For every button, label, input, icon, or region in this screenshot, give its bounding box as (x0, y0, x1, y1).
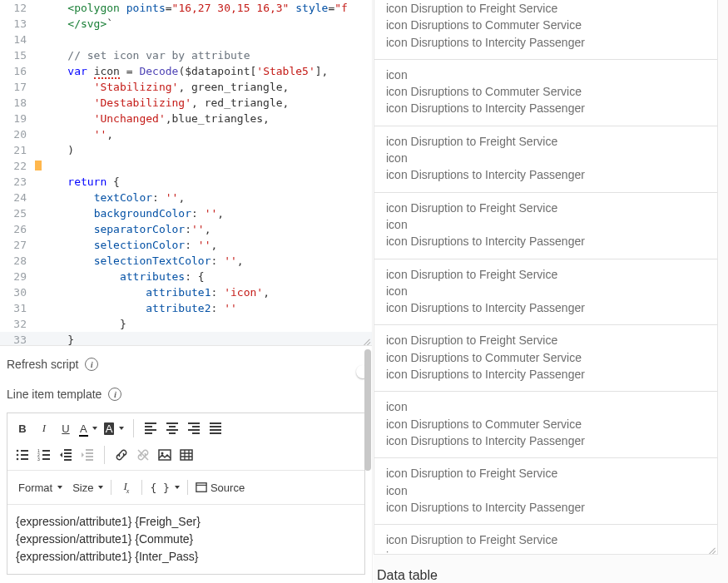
list-item-line: icon Disruptions to Commuter Service (386, 17, 706, 33)
chevron-down-icon (98, 486, 103, 489)
chevron-down-icon (119, 427, 124, 430)
scrollbar[interactable] (364, 5, 371, 471)
code-content[interactable]: 'Unchanged',blue_triangles, (42, 111, 372, 126)
code-editor[interactable]: 12 <polygon points="16,27 30,15 16,3" st… (0, 0, 372, 346)
code-content[interactable]: attribute2: '' (42, 300, 372, 316)
numbered-list-button[interactable]: 123 (34, 445, 54, 465)
code-line[interactable]: 13 </svg>` (0, 16, 372, 32)
list-item-line: icon Disruptions to Intercity Passenger (386, 166, 706, 183)
list-item-line: icon Disruptions to Intercity Passenger (386, 499, 706, 516)
size-dropdown[interactable]: Size (70, 477, 106, 497)
preview-list[interactable]: icon Disruption to Freight Serviceicon D… (374, 0, 718, 555)
list-item[interactable]: icon Disruption to Freight Serviceiconic… (374, 259, 717, 326)
italic-button[interactable]: I (34, 418, 54, 438)
line-number: 33 (0, 332, 42, 346)
code-content[interactable]: separatorColor:'', (42, 221, 372, 237)
code-content[interactable]: } (42, 316, 372, 332)
rte-content[interactable]: {expression/attribute1} {Freigh_Ser} {ex… (7, 505, 364, 574)
list-item[interactable]: iconicon Disruptions to Commuter Service… (374, 392, 717, 458)
code-line[interactable]: 12 <polygon points="16,27 30,15 16,3" st… (0, 0, 372, 16)
code-line[interactable]: 33 } (0, 332, 372, 346)
code-line[interactable]: 18 'Destabilizing', red_triangle, (0, 95, 372, 111)
line-number: 13 (0, 16, 42, 32)
code-line[interactable]: 22 (0, 158, 372, 174)
list-item-line: icon Disruption to Freight Service (386, 332, 706, 348)
expression-button[interactable]: { } (147, 477, 181, 497)
align-right-button[interactable] (184, 418, 204, 438)
link-button[interactable] (111, 445, 131, 465)
code-line[interactable]: 19 'Unchanged',blue_triangles, (0, 111, 372, 126)
list-item-line: icon Disruption to Freight Service (386, 133, 706, 150)
indent-button[interactable] (77, 445, 97, 465)
code-line[interactable]: 29 attributes: { (0, 269, 372, 284)
source-button[interactable]: Source (193, 477, 247, 497)
code-line[interactable]: 25 backgroundColor: '', (0, 205, 372, 221)
info-icon[interactable]: i (85, 358, 98, 371)
code-line[interactable]: 26 separatorColor:'', (0, 221, 372, 237)
code-content[interactable]: <polygon points="16,27 30,15 16,3" style… (42, 0, 372, 16)
code-content[interactable]: 'Destabilizing', red_triangle, (42, 95, 372, 111)
table-button[interactable] (176, 445, 196, 465)
code-content[interactable]: backgroundColor: '', (42, 205, 372, 221)
align-justify-button[interactable] (206, 418, 225, 438)
code-line[interactable]: 15 // set icon var by attribute (0, 47, 372, 63)
list-item[interactable]: icon Disruption to Freight Serviceiconic… (374, 458, 717, 525)
code-content[interactable]: attribute1: 'icon', (42, 284, 372, 300)
code-line[interactable]: 21 ) (0, 142, 372, 158)
code-line[interactable]: 23 return { (0, 174, 372, 190)
code-content[interactable]: </svg>` (42, 16, 372, 32)
line-number: 17 (0, 79, 42, 95)
code-content[interactable]: selectionTextColor: '', (42, 253, 372, 269)
code-line[interactable]: 28 selectionTextColor: '', (0, 253, 372, 269)
format-dropdown[interactable]: Format (16, 477, 65, 497)
line-item-template-label: Line item template (7, 388, 102, 401)
svg-rect-8 (181, 450, 192, 460)
code-content[interactable]: return { (42, 174, 372, 190)
info-icon[interactable]: i (108, 388, 121, 401)
unlink-button[interactable] (133, 445, 153, 465)
list-item[interactable]: iconicon Disruptions to Commuter Service… (374, 60, 717, 126)
code-content[interactable]: selectionColor: '', (42, 237, 372, 253)
code-content[interactable]: 'Stabilizing', green_triangle, (42, 79, 372, 95)
code-line[interactable]: 17 'Stabilizing', green_triangle, (0, 79, 372, 95)
code-line[interactable]: 32 } (0, 316, 372, 332)
align-left-button[interactable] (141, 418, 161, 438)
highlight-color-button[interactable]: A (102, 418, 127, 438)
code-content[interactable]: } (42, 332, 372, 346)
code-line[interactable]: 31 attribute2: '' (0, 300, 372, 316)
resize-handle-icon[interactable] (706, 542, 717, 554)
data-table-heading: Data table (374, 555, 728, 583)
code-content[interactable]: textColor: '', (42, 190, 372, 205)
rte-toolbar: B I U A A (7, 413, 364, 471)
code-content[interactable] (42, 158, 372, 174)
list-item[interactable]: icon Disruption to Freight Serviceiconic… (374, 126, 717, 193)
code-line[interactable]: 14 (0, 32, 372, 47)
code-line[interactable]: 24 textColor: '', (0, 190, 372, 205)
code-line[interactable]: 30 attribute1: 'icon', (0, 284, 372, 300)
code-content[interactable]: // set icon var by attribute (42, 47, 372, 63)
scrollbar-thumb[interactable] (364, 349, 371, 471)
code-content[interactable]: '', (42, 126, 372, 142)
underline-button[interactable]: U (56, 418, 76, 438)
code-line[interactable]: 20 '', (0, 126, 372, 142)
code-line[interactable]: 27 selectionColor: '', (0, 237, 372, 253)
code-content[interactable]: ) (42, 142, 372, 158)
list-item[interactable]: icon Disruption to Freight Serviceiconic… (374, 525, 717, 555)
list-item[interactable]: icon Disruption to Freight Serviceicon D… (374, 0, 717, 60)
clear-format-button[interactable]: Ix (116, 477, 136, 497)
bold-button[interactable]: B (12, 418, 32, 438)
rich-text-editor: B I U A A (7, 413, 365, 575)
code-content[interactable]: var icon = Decode($datapoint['Stable5'], (42, 63, 372, 79)
align-center-button[interactable] (162, 418, 182, 438)
code-line[interactable]: 16 var icon = Decode($datapoint['Stable5… (0, 63, 372, 79)
refresh-script-row: Refresh script i (0, 346, 372, 378)
code-content[interactable]: attributes: { (42, 269, 372, 284)
code-content[interactable] (42, 32, 372, 47)
list-item-line: icon (386, 67, 706, 83)
bullet-list-button[interactable] (12, 445, 32, 465)
outdent-button[interactable] (56, 445, 76, 465)
image-button[interactable] (155, 445, 175, 465)
list-item[interactable]: icon Disruption to Freight Serviceiconic… (374, 193, 717, 259)
list-item[interactable]: icon Disruption to Freight Serviceicon D… (374, 325, 717, 392)
text-color-button[interactable]: A (77, 418, 100, 438)
